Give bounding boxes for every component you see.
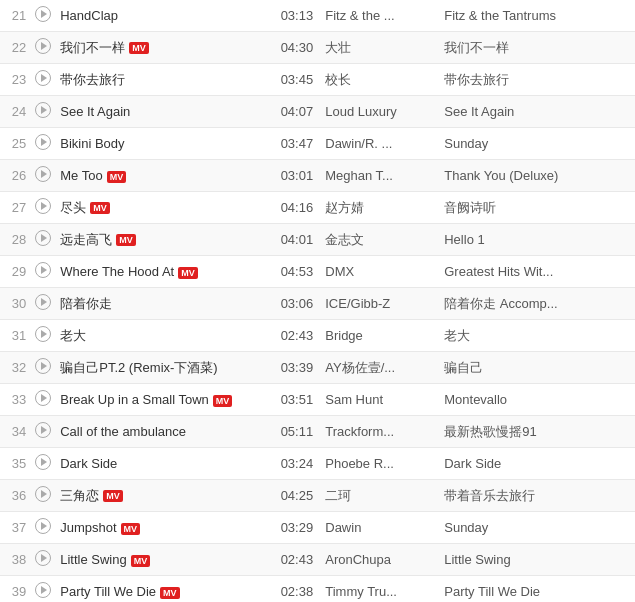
song-artist[interactable]: Meghan T... [321, 160, 440, 192]
song-title[interactable]: Call of the ambulance [60, 424, 186, 439]
mv-badge[interactable]: MV [107, 171, 127, 183]
play-button[interactable] [35, 38, 51, 54]
play-button[interactable] [35, 422, 51, 438]
song-title[interactable]: Where The Hood At [60, 264, 174, 279]
song-album[interactable]: Dark Side [440, 448, 635, 480]
song-artist[interactable]: Timmy Tru... [321, 576, 440, 603]
mv-badge[interactable]: MV [116, 234, 136, 246]
song-artist[interactable]: Loud Luxury [321, 96, 440, 128]
song-title[interactable]: 尽头 [60, 200, 86, 215]
song-title[interactable]: 老大 [60, 328, 86, 343]
play-button[interactable] [35, 390, 51, 406]
song-title[interactable]: 陪着你走 [60, 296, 112, 311]
table-row: 38Little SwingMV02:43AronChupaLittle Swi… [0, 544, 635, 576]
table-row: 36三角恋MV04:25二珂带着音乐去旅行 [0, 480, 635, 512]
song-title[interactable]: Dark Side [60, 456, 117, 471]
play-button[interactable] [35, 6, 51, 22]
song-artist[interactable]: 二珂 [321, 480, 440, 512]
play-button[interactable] [35, 230, 51, 246]
song-artist[interactable]: Phoebe R... [321, 448, 440, 480]
song-album[interactable]: Little Swing [440, 544, 635, 576]
song-artist[interactable]: Dawin [321, 512, 440, 544]
mv-badge[interactable]: MV [90, 202, 110, 214]
song-title[interactable]: Jumpshot [60, 520, 116, 535]
play-button[interactable] [35, 262, 51, 278]
song-title[interactable]: 骗自己PT.2 (Remix-下酒菜) [60, 360, 217, 375]
song-title-cell: Where The Hood AtMV [56, 256, 272, 288]
mv-badge[interactable]: MV [213, 395, 233, 407]
song-album[interactable]: 最新热歌慢摇91 [440, 416, 635, 448]
song-artist[interactable]: Fitz & the ... [321, 0, 440, 32]
song-album[interactable]: Sunday [440, 128, 635, 160]
mv-badge[interactable]: MV [129, 42, 149, 54]
song-album[interactable]: 我们不一样 [440, 32, 635, 64]
song-title[interactable]: 远走高飞 [60, 232, 112, 247]
song-album[interactable]: See It Again [440, 96, 635, 128]
song-duration: 04:30 [273, 32, 322, 64]
song-album[interactable]: Thank You (Deluxe) [440, 160, 635, 192]
song-title-cell: 三角恋MV [56, 480, 272, 512]
song-album[interactable]: 骗自己 [440, 352, 635, 384]
song-artist[interactable]: Bridge [321, 320, 440, 352]
mv-badge[interactable]: MV [160, 587, 180, 599]
table-row: 30陪着你走03:06ICE/Gibb-Z陪着你走 Accomp... [0, 288, 635, 320]
play-button[interactable] [35, 166, 51, 182]
play-button[interactable] [35, 198, 51, 214]
song-album[interactable]: 音阙诗听 [440, 192, 635, 224]
play-button[interactable] [35, 582, 51, 598]
song-album[interactable]: Sunday [440, 512, 635, 544]
song-album[interactable]: Hello 1 [440, 224, 635, 256]
song-title[interactable]: 三角恋 [60, 488, 99, 503]
play-button[interactable] [35, 486, 51, 502]
play-button[interactable] [35, 102, 51, 118]
song-album[interactable]: Party Till We Die [440, 576, 635, 603]
song-artist[interactable]: ICE/Gibb-Z [321, 288, 440, 320]
mv-badge[interactable]: MV [178, 267, 198, 279]
song-title[interactable]: Little Swing [60, 552, 126, 567]
play-cell [30, 0, 56, 32]
play-button[interactable] [35, 70, 51, 86]
song-artist[interactable]: AronChupa [321, 544, 440, 576]
song-artist[interactable]: 校长 [321, 64, 440, 96]
play-button[interactable] [35, 550, 51, 566]
song-album[interactable]: 陪着你走 Accomp... [440, 288, 635, 320]
song-artist[interactable]: DMX [321, 256, 440, 288]
play-button[interactable] [35, 358, 51, 374]
song-title[interactable]: Break Up in a Small Town [60, 392, 209, 407]
play-button[interactable] [35, 134, 51, 150]
play-button[interactable] [35, 454, 51, 470]
song-artist[interactable]: Trackform... [321, 416, 440, 448]
song-album[interactable]: 老大 [440, 320, 635, 352]
play-cell [30, 256, 56, 288]
table-row: 29Where The Hood AtMV04:53DMXGreatest Hi… [0, 256, 635, 288]
song-artist[interactable]: 大壮 [321, 32, 440, 64]
song-artist[interactable]: Sam Hunt [321, 384, 440, 416]
play-cell [30, 128, 56, 160]
song-title[interactable]: Bikini Body [60, 136, 124, 151]
song-album[interactable]: 带你去旅行 [440, 64, 635, 96]
song-artist[interactable]: 赵方婧 [321, 192, 440, 224]
song-duration: 03:24 [273, 448, 322, 480]
play-button[interactable] [35, 294, 51, 310]
song-artist[interactable]: 金志文 [321, 224, 440, 256]
song-album[interactable]: Fitz & the Tantrums [440, 0, 635, 32]
song-album[interactable]: Greatest Hits Wit... [440, 256, 635, 288]
song-title[interactable]: See It Again [60, 104, 130, 119]
song-title[interactable]: 我们不一样 [60, 40, 125, 55]
mv-badge[interactable]: MV [121, 523, 141, 535]
table-row: 26Me TooMV03:01Meghan T...Thank You (Del… [0, 160, 635, 192]
mv-badge[interactable]: MV [103, 490, 123, 502]
song-artist[interactable]: AY杨佐壹/... [321, 352, 440, 384]
song-title[interactable]: HandClap [60, 8, 118, 23]
mv-badge[interactable]: MV [131, 555, 151, 567]
play-button[interactable] [35, 326, 51, 342]
song-artist[interactable]: Dawin/R. ... [321, 128, 440, 160]
song-title[interactable]: Me Too [60, 168, 102, 183]
play-button[interactable] [35, 518, 51, 534]
song-title[interactable]: 带你去旅行 [60, 72, 125, 87]
song-title-cell: See It Again [56, 96, 272, 128]
song-album[interactable]: 带着音乐去旅行 [440, 480, 635, 512]
song-duration: 03:47 [273, 128, 322, 160]
song-album[interactable]: Montevallo [440, 384, 635, 416]
song-title[interactable]: Party Till We Die [60, 584, 156, 599]
